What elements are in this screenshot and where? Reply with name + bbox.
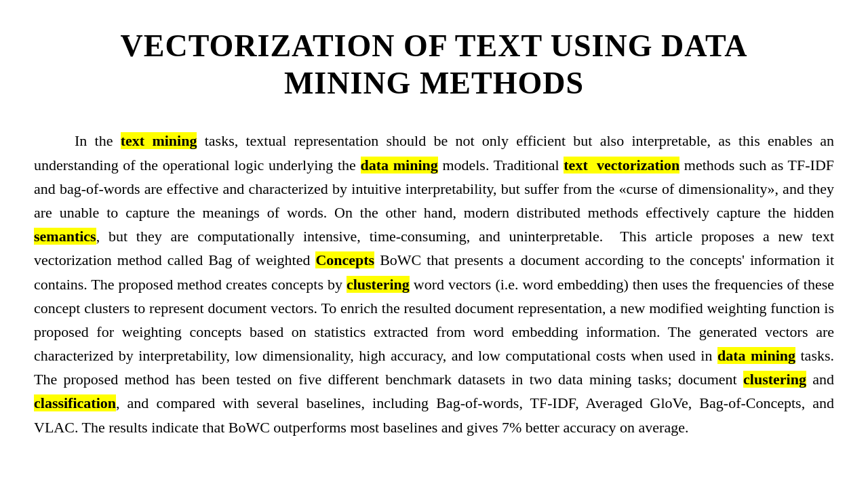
abstract-text: In the text mining tasks, textual repres… [34, 129, 834, 439]
highlight-semantics: semantics [34, 228, 96, 245]
page-title: VECTORIZATION OF TEXT USING DATA MINING … [34, 27, 834, 102]
highlight-text-mining: text mining [121, 132, 197, 149]
abstract-paragraph: In the text mining tasks, textual repres… [34, 129, 834, 439]
highlight-concepts: Concepts [315, 251, 374, 268]
highlight-data-mining-1: data mining [361, 157, 438, 174]
highlight-classification: classification [34, 394, 116, 411]
highlight-data-mining-2: data mining [717, 347, 795, 364]
highlight-text-vectorization: text vectorization [564, 157, 679, 174]
highlight-clustering-1: clustering [347, 276, 410, 293]
highlight-clustering-2: clustering [743, 371, 806, 388]
